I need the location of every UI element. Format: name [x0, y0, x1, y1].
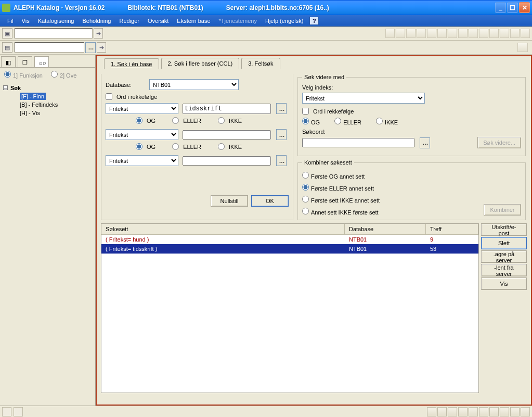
tree-item-finn[interactable]: [F] - Finn	[12, 92, 92, 100]
lagre-server-button[interactable]: .agre på server	[481, 250, 527, 263]
combine-opt-2[interactable]: Første ELLER annet sett	[302, 184, 484, 192]
sb-4[interactable]	[458, 407, 468, 416]
sb-6[interactable]	[479, 407, 488, 416]
hent-server-button[interactable]: -lent fra server	[481, 264, 527, 276]
op1-og[interactable]: OG	[136, 117, 155, 124]
menu-ekstern-base[interactable]: Ekstern base	[173, 16, 214, 26]
menu-rediger[interactable]: Rediger	[115, 16, 144, 26]
tool-btn-m[interactable]	[510, 29, 520, 38]
index-select-2[interactable]: Fritekst	[106, 129, 178, 140]
sb-9[interactable]	[510, 407, 520, 416]
tree-item-vis[interactable]: [H] - Vis	[12, 109, 92, 117]
toolbar-more-2[interactable]: …	[85, 42, 96, 53]
menu-fil[interactable]: Fil	[3, 16, 18, 26]
menu-beholdning[interactable]: Beholdning	[78, 16, 115, 26]
tab-sok-en-base[interactable]: 1. Søk i én base	[104, 58, 159, 69]
tool-btn-j[interactable]	[479, 29, 488, 38]
search-term-1[interactable]	[183, 104, 271, 114]
left-tab-1[interactable]: ◧	[1, 56, 16, 67]
sok-videre-button[interactable]: Søk videre...	[477, 137, 521, 148]
left-radio-funksjon[interactable]: 1] Funksjon	[4, 71, 43, 79]
tool-btn-f[interactable]	[437, 29, 447, 38]
sokeord-input[interactable]	[302, 138, 414, 147]
ord-checkbox-1[interactable]: Ord i rekkefølge	[106, 93, 157, 100]
menu-katalogisering[interactable]: Katalogisering	[34, 16, 79, 26]
status-icon-2[interactable]	[14, 407, 23, 416]
fop-eller[interactable]: ELLER	[334, 118, 361, 125]
toolbar-icon-2[interactable]: ▤	[2, 42, 12, 53]
tool-btn-right[interactable]	[517, 43, 528, 52]
sb-2[interactable]	[437, 407, 447, 416]
close-button[interactable]: ✕	[519, 2, 530, 13]
ord-checkbox-2[interactable]: Ord i rekkefølge	[302, 108, 354, 115]
combine-opt-3[interactable]: Første sett IKKE annet sett	[302, 196, 484, 204]
maximize-button[interactable]: ☐	[507, 2, 518, 13]
tool-btn-c[interactable]	[406, 29, 416, 38]
tree-item-feltindeks[interactable]: [B] - Feltindeks	[12, 100, 92, 109]
tool-btn-a[interactable]	[385, 29, 395, 38]
op2-eller[interactable]: ELLER	[172, 143, 201, 150]
vis-button[interactable]: Vis	[481, 277, 527, 290]
search-term-2[interactable]	[183, 130, 271, 140]
sb-7[interactable]	[489, 407, 499, 416]
browse-3[interactable]: …	[276, 155, 287, 166]
toolbar-go-2[interactable]: ➔	[97, 42, 106, 53]
sb-8[interactable]	[500, 407, 509, 416]
tab-sok-flere-baser[interactable]: 2. Søk i flere baser (CCL)	[161, 58, 240, 69]
minimize-button[interactable]: _	[495, 2, 506, 13]
combine-opt-1[interactable]: Første OG annet sett	[302, 172, 484, 180]
op2-ikke[interactable]: IKKE	[218, 143, 242, 150]
menu-oversikt[interactable]: Oversikt	[144, 16, 173, 26]
tree-root[interactable]: –Søk	[3, 84, 92, 92]
tool-btn-d[interactable]	[417, 29, 426, 38]
table-row[interactable]: ( Fritekst= hund )NTB019	[101, 235, 478, 244]
tool-btn-e[interactable]	[427, 29, 436, 38]
status-icon-1[interactable]	[2, 407, 11, 416]
ok-button[interactable]: OK	[251, 195, 289, 207]
left-tab-2[interactable]: ❐	[18, 56, 32, 67]
tool-btn-k[interactable]	[489, 29, 499, 38]
index-select-1[interactable]: Fritekst	[106, 103, 178, 114]
col-treff[interactable]: Treff	[426, 224, 478, 234]
table-row[interactable]: ( Fritekst= tidsskrift )NTB0153	[101, 244, 478, 254]
database-select[interactable]: NTB01	[149, 79, 239, 90]
op1-eller[interactable]: ELLER	[172, 117, 201, 124]
slett-button[interactable]: Slett	[481, 237, 527, 249]
help-icon[interactable]: ?	[309, 17, 319, 25]
col-sokesett[interactable]: Søkesett	[101, 224, 345, 234]
sb-3[interactable]	[448, 407, 457, 416]
toolbar-icon-1[interactable]: ▣	[2, 28, 12, 39]
nullstill-button[interactable]: Nullstill	[211, 195, 248, 207]
velg-indeks-select[interactable]: Fritekst	[302, 93, 425, 104]
col-database[interactable]: Database	[345, 224, 426, 234]
sb-5[interactable]	[469, 407, 478, 416]
op2-og[interactable]: OG	[136, 143, 155, 150]
sokeord-browse[interactable]: …	[420, 137, 430, 148]
browse-2[interactable]: …	[276, 129, 287, 140]
toolbar-go-1[interactable]: ➔	[94, 28, 103, 39]
menu-vis[interactable]: Vis	[18, 16, 34, 26]
sb-10[interactable]	[521, 407, 530, 416]
tool-btn-g[interactable]	[448, 29, 457, 38]
tool-btn-l[interactable]	[500, 29, 509, 38]
sb-1[interactable]	[427, 407, 436, 416]
left-tab-3[interactable]: ⌕⌕	[34, 56, 49, 67]
toolbar-input-2[interactable]	[15, 42, 84, 53]
op1-ikke[interactable]: IKKE	[218, 117, 242, 124]
tool-btn-i[interactable]	[469, 29, 478, 38]
combine-opt-4[interactable]: Annet sett IKKE første sett	[302, 208, 484, 216]
menu-hjelp[interactable]: Hjelp (engelsk)	[261, 16, 307, 26]
kombiner-button[interactable]: Kombiner	[484, 204, 521, 216]
tab-feltsok[interactable]: 3. Feltsøk	[241, 58, 280, 69]
toolbar-input-1[interactable]	[15, 28, 93, 39]
left-radio-ove[interactable]: 2] Ove	[51, 71, 76, 79]
tool-btn-n[interactable]	[521, 29, 530, 38]
utskrift-button[interactable]: Utskrift/e-post	[481, 223, 527, 236]
fop-og[interactable]: OG	[302, 118, 320, 125]
search-term-3[interactable]	[183, 156, 271, 166]
index-select-3[interactable]: Fritekst	[106, 155, 178, 166]
browse-1[interactable]: …	[276, 103, 287, 114]
fop-ikke[interactable]: IKKE	[376, 118, 398, 125]
tool-btn-b[interactable]	[396, 29, 405, 38]
tool-btn-h[interactable]	[458, 29, 468, 38]
